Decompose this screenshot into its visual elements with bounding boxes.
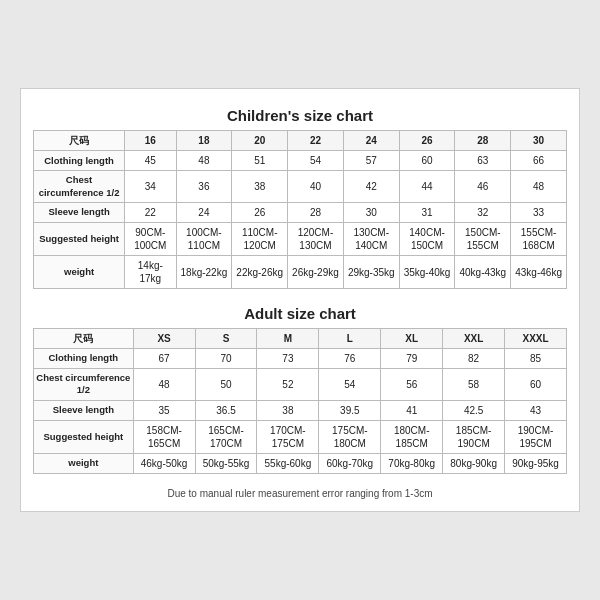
cell-value: 51 (232, 151, 288, 171)
cell-value: 22kg-26kg (232, 256, 288, 289)
cell-value: 120CM-130CM (288, 223, 344, 256)
cell-value: 57 (343, 151, 399, 171)
children-col-header: 28 (455, 131, 511, 151)
cell-value: 73 (257, 349, 319, 369)
table-row: Sleeve length2224262830313233 (34, 203, 567, 223)
cell-value: 43kg-46kg (511, 256, 567, 289)
adult-col-header: L (319, 329, 381, 349)
cell-value: 63 (455, 151, 511, 171)
row-label: Sleeve length (34, 203, 125, 223)
table-row: Clothing length4548515457606366 (34, 151, 567, 171)
cell-value: 42 (343, 171, 399, 203)
cell-value: 24 (176, 203, 232, 223)
cell-value: 48 (133, 369, 195, 401)
table-row: Chest circumference 1/23436384042444648 (34, 171, 567, 203)
adult-col-header: S (195, 329, 257, 349)
row-label: Sleeve length (34, 400, 134, 420)
cell-value: 150CM-155CM (455, 223, 511, 256)
children-col-header: 24 (343, 131, 399, 151)
adult-col-header: XS (133, 329, 195, 349)
cell-value: 79 (381, 349, 443, 369)
cell-value: 36.5 (195, 400, 257, 420)
cell-value: 85 (505, 349, 567, 369)
cell-value: 165CM-170CM (195, 420, 257, 453)
children-col-header: 18 (176, 131, 232, 151)
cell-value: 180CM-185CM (381, 420, 443, 453)
row-label: Clothing length (34, 349, 134, 369)
cell-value: 29kg-35kg (343, 256, 399, 289)
cell-value: 33 (511, 203, 567, 223)
table-row: Clothing length67707376798285 (34, 349, 567, 369)
cell-value: 39.5 (319, 400, 381, 420)
cell-value: 28 (288, 203, 344, 223)
children-col-header: 26 (399, 131, 455, 151)
cell-value: 45 (125, 151, 176, 171)
cell-value: 46 (455, 171, 511, 203)
cell-value: 50kg-55kg (195, 453, 257, 473)
table-row: weight46kg-50kg50kg-55kg55kg-60kg60kg-70… (34, 453, 567, 473)
adult-col-header: XXL (443, 329, 505, 349)
cell-value: 70 (195, 349, 257, 369)
cell-value: 31 (399, 203, 455, 223)
cell-value: 48 (511, 171, 567, 203)
children-col-header: 30 (511, 131, 567, 151)
table-row: Chest circumference 1/248505254565860 (34, 369, 567, 401)
children-size-table: 尺码1618202224262830 Clothing length454851… (33, 130, 567, 289)
cell-value: 38 (257, 400, 319, 420)
cell-value: 140CM-150CM (399, 223, 455, 256)
cell-value: 67 (133, 349, 195, 369)
cell-value: 35kg-40kg (399, 256, 455, 289)
row-label: Chest circumference 1/2 (34, 369, 134, 401)
cell-value: 35 (133, 400, 195, 420)
adult-chart-title: Adult size chart (33, 299, 567, 328)
row-label: weight (34, 453, 134, 473)
cell-value: 60 (399, 151, 455, 171)
size-chart-container: Children's size chart 尺码1618202224262830… (20, 88, 580, 511)
adult-col-header: M (257, 329, 319, 349)
footer-note: Due to manual ruler measurement error ra… (33, 484, 567, 499)
cell-value: 50 (195, 369, 257, 401)
cell-value: 32 (455, 203, 511, 223)
cell-value: 56 (381, 369, 443, 401)
cell-value: 26kg-29kg (288, 256, 344, 289)
cell-value: 155CM-168CM (511, 223, 567, 256)
table-row: Sleeve length3536.53839.54142.543 (34, 400, 567, 420)
children-col-header: 20 (232, 131, 288, 151)
cell-value: 58 (443, 369, 505, 401)
cell-value: 100CM-110CM (176, 223, 232, 256)
row-label: Suggested height (34, 420, 134, 453)
adult-col-header: XL (381, 329, 443, 349)
cell-value: 130CM-140CM (343, 223, 399, 256)
cell-value: 18kg-22kg (176, 256, 232, 289)
cell-value: 44 (399, 171, 455, 203)
cell-value: 38 (232, 171, 288, 203)
row-label: weight (34, 256, 125, 289)
cell-value: 14kg-17kg (125, 256, 176, 289)
children-col-header: 尺码 (34, 131, 125, 151)
cell-value: 46kg-50kg (133, 453, 195, 473)
cell-value: 170CM-175CM (257, 420, 319, 453)
cell-value: 60kg-70kg (319, 453, 381, 473)
children-col-header: 22 (288, 131, 344, 151)
table-row: weight14kg-17kg18kg-22kg22kg-26kg26kg-29… (34, 256, 567, 289)
cell-value: 60 (505, 369, 567, 401)
cell-value: 41 (381, 400, 443, 420)
adult-size-table: 尺码XSSMLXLXXLXXXL Clothing length67707376… (33, 328, 567, 474)
cell-value: 190CM-195CM (505, 420, 567, 453)
cell-value: 54 (288, 151, 344, 171)
cell-value: 36 (176, 171, 232, 203)
cell-value: 26 (232, 203, 288, 223)
row-label: Chest circumference 1/2 (34, 171, 125, 203)
cell-value: 40kg-43kg (455, 256, 511, 289)
cell-value: 82 (443, 349, 505, 369)
cell-value: 40 (288, 171, 344, 203)
cell-value: 90CM-100CM (125, 223, 176, 256)
cell-value: 30 (343, 203, 399, 223)
cell-value: 34 (125, 171, 176, 203)
cell-value: 43 (505, 400, 567, 420)
cell-value: 175CM-180CM (319, 420, 381, 453)
cell-value: 80kg-90kg (443, 453, 505, 473)
cell-value: 55kg-60kg (257, 453, 319, 473)
children-chart-title: Children's size chart (33, 101, 567, 130)
cell-value: 70kg-80kg (381, 453, 443, 473)
